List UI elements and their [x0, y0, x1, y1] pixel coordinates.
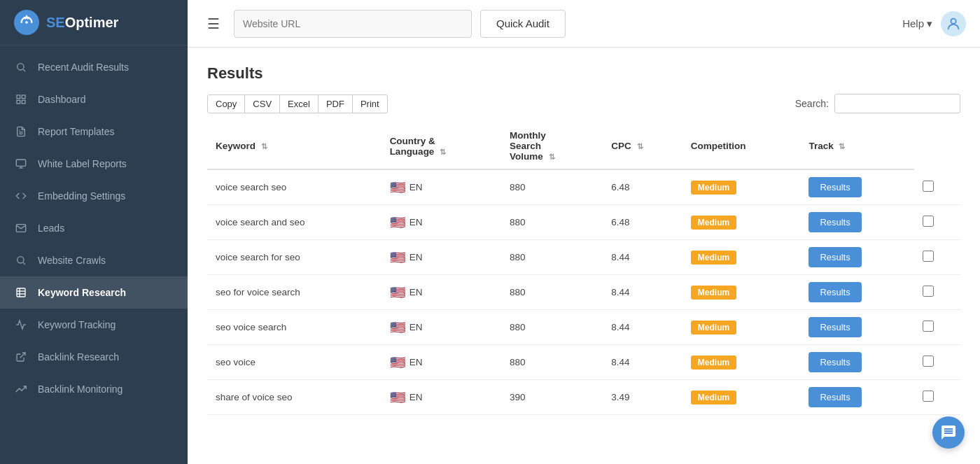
help-button[interactable]: Help ▾: [902, 17, 932, 30]
quick-audit-button[interactable]: Quick Audit: [480, 10, 566, 38]
report-templates-icon: [14, 125, 28, 139]
results-button-5[interactable]: Results: [808, 352, 861, 372]
flag-icon-1: 🇺🇸: [390, 215, 405, 230]
sidebar-item-report-templates[interactable]: Report Templates: [0, 115, 188, 148]
results-button-2[interactable]: Results: [808, 247, 861, 267]
cell-competition-4: Medium: [682, 310, 801, 345]
backlink-research-icon: [14, 350, 28, 364]
competition-badge-1: Medium: [691, 216, 736, 230]
help-dropdown-icon: ▾: [927, 17, 932, 30]
cell-keyword-4: seo voice search: [207, 310, 382, 345]
cell-results-6: Results: [800, 380, 914, 415]
cell-cpc-0: 6.48: [603, 169, 682, 205]
export-copy-button[interactable]: Copy: [207, 94, 245, 113]
sidebar-item-backlink-monitoring[interactable]: Backlink Monitoring: [0, 373, 188, 405]
sidebar-item-white-label[interactable]: White Label Reports: [0, 148, 188, 180]
flag-icon-0: 🇺🇸: [390, 180, 405, 195]
col-header-competition: Competition: [682, 123, 801, 169]
logo-icon: [14, 10, 39, 35]
cell-cpc-5: 8.44: [603, 345, 682, 380]
cell-keyword-5: seo voice: [207, 345, 382, 380]
results-button-6[interactable]: Results: [808, 387, 861, 407]
svg-point-12: [18, 257, 24, 263]
svg-point-0: [25, 21, 28, 24]
svg-rect-9: [16, 160, 25, 166]
sidebar-item-website-crawls[interactable]: Website Crawls: [0, 244, 188, 276]
competition-badge-3: Medium: [691, 286, 736, 300]
export-buttons-group: CopyCSVExcelPDFPrint: [207, 94, 388, 113]
results-button-3[interactable]: Results: [808, 282, 861, 302]
col-header-track[interactable]: Track ⇅: [800, 123, 914, 169]
track-checkbox-5[interactable]: [923, 356, 934, 367]
cell-track-2: [914, 240, 960, 275]
hamburger-button[interactable]: ☰: [202, 13, 225, 35]
cell-track-0: [914, 169, 960, 205]
sort-icon: ⇅: [637, 142, 643, 151]
language-3: EN: [410, 287, 423, 297]
cell-track-3: [914, 275, 960, 310]
export-csv-button[interactable]: CSV: [244, 94, 280, 113]
cell-competition-2: Medium: [682, 240, 801, 275]
sidebar-item-backlink-research[interactable]: Backlink Research: [0, 341, 188, 373]
search-input[interactable]: [834, 94, 960, 113]
cell-competition-3: Medium: [682, 275, 801, 310]
track-checkbox-3[interactable]: [923, 286, 934, 297]
flag-icon-4: 🇺🇸: [390, 320, 405, 335]
sidebar-label-website-crawls: Website Crawls: [38, 255, 106, 266]
svg-line-2: [23, 69, 25, 71]
sidebar-item-recent-audit[interactable]: Recent Audit Results: [0, 51, 188, 83]
sidebar-item-embedding[interactable]: Embedding Settings: [0, 180, 188, 212]
language-5: EN: [410, 357, 423, 367]
col-header-cpc[interactable]: CPC ⇅: [603, 123, 682, 169]
sidebar-item-keyword-research[interactable]: Keyword Research: [0, 276, 188, 309]
sidebar-label-keyword-research: Keyword Research: [38, 287, 126, 298]
cell-competition-6: Medium: [682, 380, 801, 415]
url-input[interactable]: [234, 10, 472, 38]
cell-country-2: 🇺🇸 EN: [382, 240, 501, 275]
svg-line-13: [23, 262, 25, 265]
export-print-button[interactable]: Print: [352, 94, 388, 113]
dashboard-icon: [14, 92, 28, 106]
cell-competition-1: Medium: [682, 205, 801, 240]
svg-rect-5: [17, 100, 20, 104]
competition-badge-5: Medium: [691, 356, 736, 370]
search-area: Search:: [795, 94, 960, 113]
cell-track-6: [914, 380, 960, 415]
track-checkbox-4[interactable]: [923, 321, 934, 332]
sidebar-item-dashboard[interactable]: Dashboard: [0, 83, 188, 115]
cell-track-1: [914, 205, 960, 240]
cell-cpc-4: 8.44: [603, 310, 682, 345]
table-row: seo for voice search 🇺🇸 EN 880 8.44 Medi…: [207, 275, 960, 310]
table-row: seo voice 🇺🇸 EN 880 8.44 Medium Results: [207, 345, 960, 380]
col-header-country[interactable]: Country &Language ⇅: [382, 123, 501, 169]
competition-badge-2: Medium: [691, 251, 736, 265]
results-button-0[interactable]: Results: [808, 177, 861, 197]
export-excel-button[interactable]: Excel: [279, 94, 318, 113]
sidebar-item-leads[interactable]: Leads: [0, 212, 188, 244]
track-checkbox-2[interactable]: [923, 251, 934, 262]
export-pdf-button[interactable]: PDF: [318, 94, 353, 113]
content-area: Results CopyCSVExcelPDFPrint Search: Key…: [188, 48, 980, 464]
cell-volume-6: 390: [501, 380, 603, 415]
track-checkbox-1[interactable]: [923, 216, 934, 227]
white-label-icon: [14, 157, 28, 171]
col-header-volume[interactable]: MonthlySearchVolume ⇅: [501, 123, 603, 169]
flag-icon-2: 🇺🇸: [390, 250, 405, 265]
track-checkbox-0[interactable]: [923, 181, 934, 192]
sidebar-label-leads: Leads: [38, 223, 64, 234]
cell-results-0: Results: [800, 169, 914, 205]
language-6: EN: [410, 392, 423, 402]
cell-volume-2: 880: [501, 240, 603, 275]
results-button-4[interactable]: Results: [808, 317, 861, 337]
col-header-keyword[interactable]: Keyword ⇅: [207, 123, 382, 169]
track-checkbox-6[interactable]: [923, 391, 934, 402]
table-row: voice search and seo 🇺🇸 EN 880 6.48 Medi…: [207, 205, 960, 240]
sidebar-item-keyword-tracking[interactable]: Keyword Tracking: [0, 309, 188, 341]
cell-volume-5: 880: [501, 345, 603, 380]
cell-country-4: 🇺🇸 EN: [382, 310, 501, 345]
cell-country-5: 🇺🇸 EN: [382, 345, 501, 380]
cell-volume-0: 880: [501, 169, 603, 205]
chat-bubble[interactable]: [932, 416, 965, 449]
results-button-1[interactable]: Results: [808, 212, 861, 232]
user-avatar[interactable]: [941, 11, 966, 36]
